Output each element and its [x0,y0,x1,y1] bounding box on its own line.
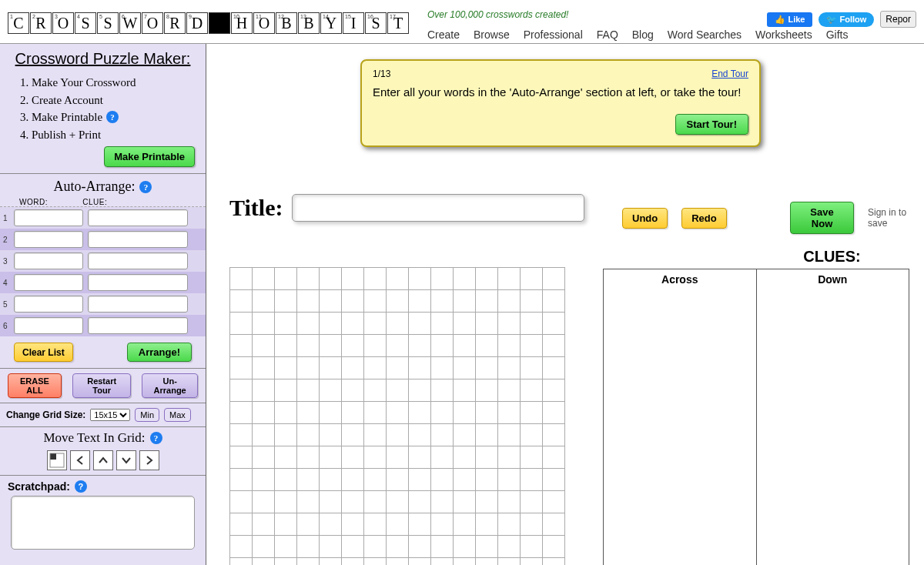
grid-cell[interactable] [498,558,521,566]
grid-cell[interactable] [431,268,454,290]
logo[interactable]: 1C2R3O4S5S6W7O8R9D10H11O12B13B14Y15I16S1… [8,12,409,34]
nav-link[interactable]: Worksheets [755,28,812,41]
grid-cell[interactable] [431,558,454,566]
grid-cell[interactable] [387,335,409,357]
grid-cell[interactable] [543,402,565,424]
grid-cell[interactable] [498,424,521,446]
grid-cell[interactable] [498,290,521,313]
grid-cell[interactable] [275,469,297,491]
facebook-like-button[interactable]: 👍 Like [767,12,812,27]
grid-cell[interactable] [521,402,543,424]
grid-cell[interactable] [275,313,297,335]
grid-cell[interactable] [498,379,521,402]
save-now-button[interactable]: Save Now [790,202,854,234]
clue-input[interactable] [88,231,188,248]
grid-cell[interactable] [253,558,275,566]
grid-cell[interactable] [230,558,253,566]
grid-cell[interactable] [476,536,498,558]
word-input[interactable] [14,296,83,313]
grid-cell[interactable] [387,558,409,566]
grid-cell[interactable] [364,446,387,469]
clue-input[interactable] [88,274,188,291]
grid-cell[interactable] [387,469,409,491]
grid-size-select[interactable]: 15x15 [90,409,130,421]
grid-cell[interactable] [521,335,543,357]
grid-cell[interactable] [476,290,498,313]
help-icon[interactable]: ? [75,480,87,493]
grid-cell[interactable] [275,424,297,446]
grid-cell[interactable] [409,268,431,290]
grid-cell[interactable] [297,379,320,402]
grid-max-button[interactable]: Max [164,408,191,422]
grid-cell[interactable] [230,491,253,513]
grid-cell[interactable] [543,469,565,491]
grid-cell[interactable] [342,268,364,290]
grid-cell[interactable] [364,491,387,513]
un-arrange-button[interactable]: Un-Arrange [142,373,198,398]
grid-cell[interactable] [253,379,275,402]
grid-cell[interactable] [230,469,253,491]
word-input[interactable] [14,317,83,334]
grid-cell[interactable] [364,290,387,313]
grid-cell[interactable] [454,469,476,491]
nav-link[interactable]: FAQ [597,28,618,41]
grid-cell[interactable] [498,513,521,536]
grid-cell[interactable] [275,290,297,313]
grid-cell[interactable] [543,536,565,558]
grid-cell[interactable] [409,357,431,379]
grid-cell[interactable] [364,379,387,402]
grid-cell[interactable] [253,357,275,379]
grid-cell[interactable] [364,268,387,290]
grid-cell[interactable] [275,402,297,424]
grid-cell[interactable] [431,335,454,357]
grid-cell[interactable] [498,335,521,357]
grid-cell[interactable] [320,335,342,357]
grid-cell[interactable] [364,558,387,566]
grid-cell[interactable] [387,402,409,424]
grid-cell[interactable] [342,469,364,491]
grid-cell[interactable] [409,513,431,536]
grid-cell[interactable] [387,357,409,379]
grid-cell[interactable] [476,513,498,536]
make-printable-button[interactable]: Make Printable [104,146,195,167]
grid-cell[interactable] [342,357,364,379]
grid-cell[interactable] [521,469,543,491]
grid-cell[interactable] [253,513,275,536]
grid-cell[interactable] [409,424,431,446]
grid-cell[interactable] [230,379,253,402]
grid-cell[interactable] [543,379,565,402]
grid-cell[interactable] [476,469,498,491]
grid-cell[interactable] [320,268,342,290]
grid-cell[interactable] [364,536,387,558]
grid-cell[interactable] [297,446,320,469]
grid-cell[interactable] [431,513,454,536]
grid-cell[interactable] [521,536,543,558]
grid-cell[interactable] [297,424,320,446]
grid-cell[interactable] [342,513,364,536]
grid-cell[interactable] [275,558,297,566]
grid-cell[interactable] [454,402,476,424]
grid-cell[interactable] [431,290,454,313]
grid-cell[interactable] [387,290,409,313]
grid-cell[interactable] [521,357,543,379]
grid-cell[interactable] [454,491,476,513]
grid-cell[interactable] [521,558,543,566]
grid-cell[interactable] [409,469,431,491]
grid-cell[interactable] [253,446,275,469]
grid-cell[interactable] [297,357,320,379]
grid-cell[interactable] [498,357,521,379]
grid-cell[interactable] [230,402,253,424]
arrange-button[interactable]: Arrange! [127,343,192,362]
grid-cell[interactable] [454,313,476,335]
nav-link[interactable]: Browse [474,28,510,41]
grid-cell[interactable] [543,335,565,357]
move-right-icon[interactable] [139,450,159,470]
grid-cell[interactable] [476,268,498,290]
nav-link[interactable]: Professional [524,28,583,41]
grid-cell[interactable] [431,313,454,335]
grid-cell[interactable] [253,424,275,446]
grid-cell[interactable] [431,469,454,491]
grid-cell[interactable] [320,446,342,469]
help-icon[interactable]: ? [106,111,119,123]
grid-cell[interactable] [409,290,431,313]
